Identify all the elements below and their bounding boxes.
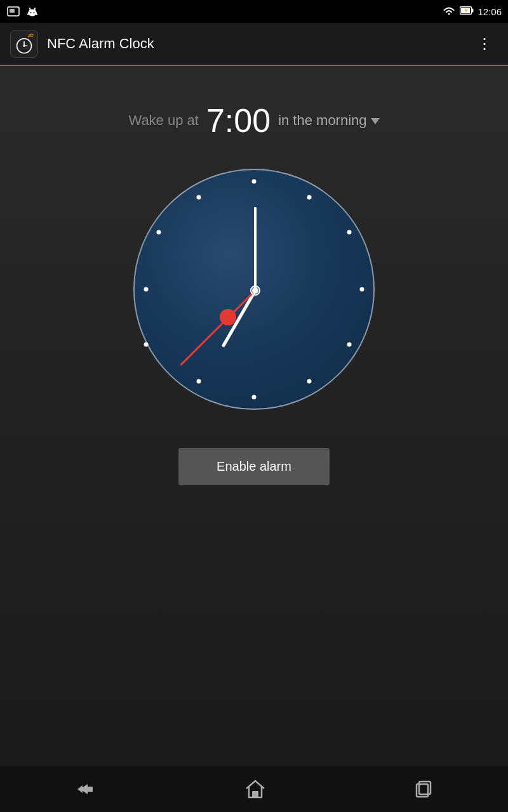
wifi-icon [442, 6, 456, 18]
status-time: 12:06 [478, 6, 502, 17]
back-icon [75, 782, 95, 797]
period-label: in the morning [278, 112, 366, 129]
enable-alarm-button[interactable]: Enable alarm [178, 448, 330, 485]
app-title: NFC Alarm Clock [47, 36, 472, 52]
svg-line-5 [30, 8, 30, 11]
clock-container[interactable] [133, 169, 375, 410]
svg-point-7 [30, 12, 32, 13]
period-dropdown-arrow [371, 118, 380, 124]
second-hand [181, 291, 255, 365]
android-icon [25, 6, 39, 17]
main-content: Wake up at 7:00 in the morning [0, 66, 508, 766]
status-left-icons [6, 6, 39, 17]
svg-rect-16 [252, 791, 258, 797]
nav-recents-button[interactable] [396, 774, 452, 804]
period-selector[interactable]: in the morning [278, 112, 379, 129]
overflow-menu-button[interactable]: ⋮ [472, 30, 498, 58]
alarm-clock-icon [13, 32, 36, 55]
recents-icon [415, 780, 433, 798]
svg-point-8 [34, 12, 35, 13]
clock-face [133, 169, 375, 410]
wakeup-row: Wake up at 7:00 in the morning [128, 104, 379, 137]
svg-point-15 [23, 45, 25, 47]
center-pip [252, 287, 258, 294]
status-bar: 12:06 [0, 0, 508, 23]
svg-rect-10 [472, 9, 474, 13]
home-icon [245, 780, 265, 799]
wakeup-label: Wake up at [128, 112, 198, 129]
status-right-icons: 12:06 [442, 6, 502, 18]
app-icon [10, 30, 38, 58]
svg-line-6 [34, 8, 35, 11]
svg-rect-1 [10, 9, 15, 13]
clock-hands-svg [135, 170, 376, 411]
nav-back-button[interactable] [56, 775, 114, 803]
alarm-time[interactable]: 7:00 [206, 104, 271, 137]
nav-home-button[interactable] [226, 773, 284, 805]
battery-icon [460, 6, 474, 16]
screenshot-icon [6, 6, 20, 17]
nav-bar [0, 766, 508, 812]
app-bar: NFC Alarm Clock ⋮ [0, 23, 508, 66]
